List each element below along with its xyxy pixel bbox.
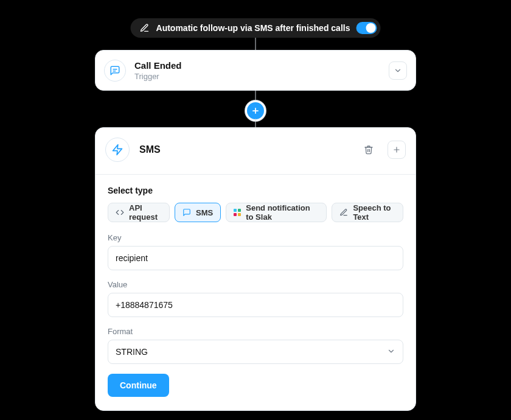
type-chip-speech-to-text[interactable]: Speech to Text xyxy=(332,203,403,222)
connector-line xyxy=(255,91,256,103)
type-chip-api-request[interactable]: API request xyxy=(108,203,170,222)
workflow-title: Automatic follow-up via SMS after finish… xyxy=(156,23,350,33)
format-label: Format xyxy=(108,327,403,336)
chevron-down-icon xyxy=(394,66,402,75)
trigger-subtitle: Trigger xyxy=(134,72,380,81)
bolt-icon xyxy=(111,144,123,156)
key-input[interactable] xyxy=(116,247,395,270)
type-chip-slack[interactable]: Send notification to Slak xyxy=(226,203,327,222)
chevron-down-icon xyxy=(387,347,395,357)
continue-button[interactable]: Continue xyxy=(108,374,169,397)
type-chip-row: API request SMS Send notification to Sla… xyxy=(108,203,403,222)
connector-line xyxy=(255,119,256,127)
pen-icon xyxy=(339,208,348,217)
action-title: SMS xyxy=(139,144,350,155)
action-icon xyxy=(105,138,130,162)
add-step-button[interactable] xyxy=(247,102,264,119)
value-label: Value xyxy=(108,280,403,289)
workflow-enabled-toggle[interactable] xyxy=(356,22,377,34)
value-input[interactable] xyxy=(116,293,395,317)
edit-icon[interactable] xyxy=(139,23,150,33)
key-field[interactable] xyxy=(108,246,403,270)
slack-icon xyxy=(234,208,241,217)
select-type-label: Select type xyxy=(108,186,403,195)
trigger-card[interactable]: Call Ended Trigger xyxy=(95,50,416,91)
trigger-title: Call Ended xyxy=(134,60,380,71)
format-select[interactable]: STRING xyxy=(108,340,403,364)
plus-icon xyxy=(392,145,401,154)
code-icon xyxy=(116,208,124,217)
message-icon xyxy=(182,208,191,217)
action-card: SMS Select type API request SMS xyxy=(95,127,416,411)
expand-trigger-button[interactable] xyxy=(389,61,407,80)
workflow-title-pill: Automatic follow-up via SMS after finish… xyxy=(131,18,381,38)
svg-marker-4 xyxy=(113,145,122,155)
value-field[interactable] xyxy=(108,293,403,317)
trigger-icon xyxy=(104,60,126,82)
trash-icon xyxy=(364,145,374,155)
connector-line xyxy=(255,38,256,50)
add-action-button[interactable] xyxy=(388,141,406,159)
delete-action-button[interactable] xyxy=(360,141,378,159)
type-chip-sms[interactable]: SMS xyxy=(175,203,221,222)
key-label: Key xyxy=(108,233,403,242)
format-value: STRING xyxy=(116,347,148,357)
plus-icon xyxy=(251,107,260,115)
